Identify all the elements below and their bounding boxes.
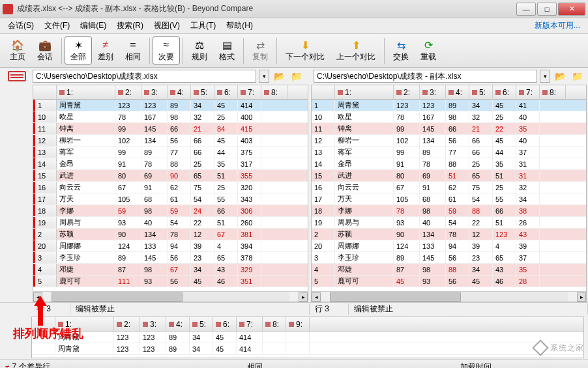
table-row[interactable]: 14金昂917888253531: [312, 158, 586, 170]
column-header[interactable]: 1:: [335, 85, 394, 99]
next-diff-button[interactable]: ⬇下一个对比: [280, 36, 331, 64]
home-button[interactable]: 🏠主页: [4, 36, 31, 64]
table-row[interactable]: 1周青黛123123893445414: [33, 100, 308, 111]
column-header[interactable]: 7:: [237, 317, 263, 331]
table-row[interactable]: 19周易与9340542251260: [33, 217, 308, 229]
column-header[interactable]: 1:: [57, 85, 115, 99]
column-header[interactable]: 3:: [141, 85, 168, 99]
column-header[interactable]: 4:: [166, 317, 190, 331]
table-row[interactable]: 3李玉珍89145562365378: [33, 252, 308, 264]
menu-file[interactable]: 文件(F): [39, 19, 75, 33]
column-header[interactable]: 8:: [263, 317, 286, 331]
column-header[interactable]: 3:: [140, 317, 166, 331]
column-header[interactable]: 8:: [261, 85, 287, 99]
column-header[interactable]: 6:: [213, 317, 237, 331]
table-row[interactable]: 10欧星7816798322540: [312, 111, 586, 123]
table-row[interactable]: 周青黛123123893445414: [32, 343, 583, 355]
column-header[interactable]: 4:: [168, 85, 191, 99]
column-header[interactable]: 2:: [114, 317, 140, 331]
rules-button[interactable]: ⚖规则: [186, 36, 213, 64]
right-path-input[interactable]: C:\Users\echo\Desktop\成绩表 - 副本.xlsx: [314, 70, 537, 83]
table-row[interactable]: 13蒋军9989776644375: [33, 147, 308, 158]
table-row[interactable]: 3李玉珍8914556236537: [312, 252, 586, 264]
column-header[interactable]: [32, 317, 55, 331]
table-row[interactable]: 14金昂9178882535317: [33, 158, 308, 170]
column-header[interactable]: 1:: [55, 317, 114, 331]
column-header[interactable]: [312, 85, 335, 99]
prev-diff-button[interactable]: ⬆上一个对比: [331, 36, 381, 64]
column-header[interactable]: 4:: [446, 85, 469, 99]
minor-button[interactable]: ≈次要: [153, 36, 180, 64]
table-row[interactable]: 12柳岩一10213456664540: [312, 135, 586, 147]
menu-help[interactable]: 帮助(H): [221, 19, 258, 33]
right-explore-button[interactable]: 📁: [570, 70, 584, 83]
table-row[interactable]: 5鹿可可11193564546351: [33, 276, 308, 287]
column-header[interactable]: 2:: [394, 85, 420, 99]
left-hscroll[interactable]: ◂▸: [33, 291, 308, 302]
table-row[interactable]: 2苏颖90134781267381: [33, 229, 308, 240]
bottom-detail-grid[interactable]: 1:2:3:4:5:6:7:8:9: 周青黛123123893445414周青黛…: [31, 317, 584, 358]
column-header[interactable]: 7:: [516, 85, 540, 99]
menu-tools[interactable]: 工具(T): [185, 19, 221, 33]
column-header[interactable]: 6:: [493, 85, 516, 99]
reload-button[interactable]: ⟳重载: [415, 36, 442, 64]
table-row[interactable]: 15武进806951655131: [312, 170, 586, 182]
table-row[interactable]: 17万天10568615455343: [33, 193, 308, 205]
column-header[interactable]: 8:: [540, 85, 566, 99]
left-explore-button[interactable]: 📁: [289, 70, 303, 83]
table-row[interactable]: 4邓婕879888344335: [312, 264, 586, 276]
column-header[interactable]: 3:: [420, 85, 446, 99]
update-link[interactable]: 新版本可用...: [529, 19, 585, 33]
left-path-dropdown[interactable]: ▾: [259, 70, 269, 83]
table-row[interactable]: 11钟离99145662184415: [33, 123, 308, 135]
minimize-button[interactable]: —: [516, 3, 536, 16]
table-row[interactable]: 5鹿可可459356454628: [312, 276, 586, 287]
table-row[interactable]: 1周青黛12312389344541: [312, 100, 586, 111]
column-header[interactable]: 9:: [286, 317, 310, 331]
menu-session[interactable]: 会话(S): [3, 19, 39, 33]
left-browse-button[interactable]: 📂: [272, 70, 286, 83]
table-row[interactable]: 20周娜娜1241339439439: [312, 240, 586, 252]
column-header[interactable]: [33, 85, 57, 99]
menu-view[interactable]: 视图(V): [149, 19, 185, 33]
table-cell: 87: [115, 264, 141, 275]
all-button[interactable]: ✶全部: [65, 36, 92, 64]
table-row[interactable]: 周青黛123123893445414: [32, 332, 583, 343]
menu-edit[interactable]: 编辑(E): [75, 19, 111, 33]
format-button[interactable]: ▤格式: [213, 36, 241, 64]
left-path-input[interactable]: C:\Users\echo\Desktop\成绩表.xlsx: [33, 70, 256, 83]
diff-button[interactable]: ≠差别: [92, 36, 119, 64]
table-row[interactable]: 17万天1056861545534: [312, 193, 586, 205]
table-row[interactable]: 20周娜娜12413394394394: [33, 240, 308, 252]
table-row[interactable]: 11钟离9914566212235: [312, 123, 586, 135]
session-button[interactable]: 💼会话: [31, 36, 59, 64]
column-header[interactable]: 6:: [214, 85, 238, 99]
left-grid[interactable]: 1:2:3:4:5:6:7:8: 1周青黛12312389344541410欧星…: [33, 85, 308, 302]
column-header[interactable]: 5:: [190, 317, 213, 331]
column-header[interactable]: 5:: [469, 85, 493, 99]
table-row[interactable]: 12柳岩一102134566645403: [33, 135, 308, 147]
table-row[interactable]: 13蒋军998977664437: [312, 147, 586, 158]
copy-button[interactable]: ⇄复制: [246, 36, 274, 64]
table-row[interactable]: 15武进8069906551355: [33, 170, 308, 182]
right-path-dropdown[interactable]: ▾: [540, 70, 550, 83]
maximize-button[interactable]: □: [537, 3, 557, 16]
table-row[interactable]: 10欧星78167983225400: [33, 111, 308, 123]
swap-button[interactable]: ⇆交换: [387, 36, 415, 64]
table-row[interactable]: 16向云云6791627525320: [33, 182, 308, 193]
table-row[interactable]: 16向云云679162752532: [312, 182, 586, 193]
close-button[interactable]: ✕: [558, 3, 585, 16]
table-row[interactable]: 18李娜5998592466306: [33, 205, 308, 217]
column-header[interactable]: 2:: [115, 85, 141, 99]
menu-search[interactable]: 搜索(R): [111, 19, 149, 33]
column-header[interactable]: 7:: [238, 85, 261, 99]
right-browse-button[interactable]: 📂: [553, 70, 567, 83]
right-hscroll[interactable]: ◂▸: [312, 291, 586, 302]
column-header[interactable]: 5:: [191, 85, 214, 99]
right-grid[interactable]: 1:2:3:4:5:6:7:8: 1周青黛1231238934454110欧星7…: [311, 85, 587, 302]
table-row[interactable]: 2苏颖90134781212343: [312, 229, 586, 240]
table-row[interactable]: 4邓婕8798673443329: [33, 264, 308, 276]
table-row[interactable]: 19周易与934054225126: [312, 217, 586, 229]
table-row[interactable]: 18李娜789859886638: [312, 205, 586, 217]
same-button[interactable]: =相同: [119, 36, 147, 64]
